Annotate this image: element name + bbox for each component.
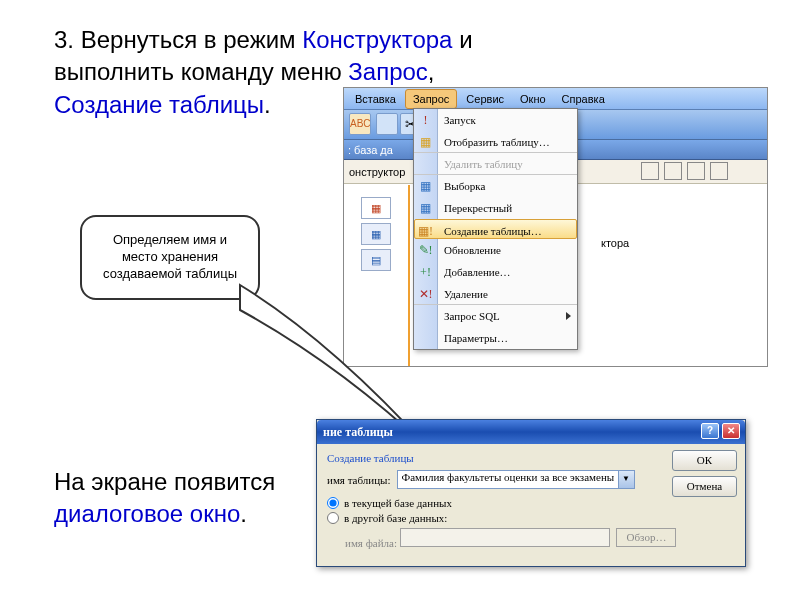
radio-label: в текущей базе данных — [344, 497, 452, 509]
ok-button[interactable]: ОК — [672, 450, 737, 471]
menu-item-run[interactable]: ! Запуск — [414, 109, 577, 131]
txt: Конструктора — [302, 26, 452, 53]
cancel-button[interactable]: Отмена — [672, 476, 737, 497]
menu-item-deletetable: Удалить таблицу — [414, 153, 577, 175]
callout-text: Определяем имя и место хранения создавае… — [94, 232, 246, 283]
menu-window[interactable]: Окно — [513, 90, 553, 108]
toolbar-icon[interactable]: ABC — [349, 113, 371, 135]
txt: , — [428, 58, 435, 85]
toolbar-item[interactable]: онструктор — [349, 166, 405, 178]
exclaim-icon: ! — [417, 111, 434, 128]
instruction-text-2: На экране появится диалоговое окно. — [54, 466, 275, 531]
menu-item-params[interactable]: Параметры… — [414, 327, 577, 349]
chevron-down-icon[interactable]: ▼ — [618, 471, 634, 488]
label: Параметры… — [444, 332, 508, 344]
sidebar-tables-icon[interactable]: ▦ — [361, 197, 391, 219]
filename-field — [400, 528, 610, 547]
crosstab-icon: ▦ — [417, 199, 434, 216]
radio-current-db[interactable]: в текущей базе данных — [327, 497, 735, 509]
label: Удалить таблицу — [444, 158, 523, 170]
menu-item-maketable[interactable]: ▦! Создание таблицы… — [414, 219, 577, 239]
table-icon: ▦ — [417, 133, 434, 150]
label: Запрос SQL — [444, 310, 500, 322]
submenu-arrow-icon — [566, 312, 571, 320]
list-item-label: ктора — [595, 233, 629, 255]
query-dropdown-menu: ! Запуск ▦ Отобразить таблицу… Удалить т… — [413, 108, 578, 350]
txt: . — [240, 500, 247, 527]
label: Отобразить таблицу… — [444, 136, 550, 148]
tablename-value: Фамилия факультеты оценки за все экзамен… — [402, 471, 620, 483]
browse-button: Обзор… — [616, 528, 676, 547]
menu-item-update[interactable]: ✎! Обновление — [414, 239, 577, 261]
txt: . — [264, 91, 271, 118]
label: Создание таблицы… — [444, 225, 542, 237]
menu-item-append[interactable]: +! Добавление… — [414, 261, 577, 283]
txt: Запрос — [348, 58, 428, 85]
txt: и — [452, 26, 472, 53]
menu-item-crosstab[interactable]: ▦ Перекрестный — [414, 197, 577, 219]
label-filename: имя файла: — [345, 537, 397, 549]
database-sidebar: ▦ ▦ ▤ — [348, 193, 403, 275]
label: Удаление — [444, 288, 488, 300]
menu-item-sql[interactable]: Запрос SQL — [414, 305, 577, 327]
view-icon[interactable] — [641, 162, 659, 180]
txt: На экране появится — [54, 468, 275, 495]
label: Запуск — [444, 114, 476, 126]
label: Перекрестный — [444, 202, 512, 214]
menu-insert[interactable]: Вставка — [348, 90, 403, 108]
label-tablename: имя таблицы: — [327, 474, 391, 486]
update-icon: ✎! — [417, 241, 434, 258]
select-icon: ▦ — [417, 177, 434, 194]
sidebar-forms-icon[interactable]: ▤ — [361, 249, 391, 271]
radio-other-db[interactable]: в другой базе данных: — [327, 512, 735, 524]
label: Добавление… — [444, 266, 511, 278]
maketable-icon: ▦! — [417, 222, 434, 239]
radio-input[interactable] — [327, 497, 339, 509]
view-icon[interactable] — [710, 162, 728, 180]
txt: выполнить команду меню — [54, 58, 348, 85]
dialog-body: Создание таблицы имя таблицы: Фамилия фа… — [317, 444, 745, 566]
txt: диалоговое окно — [54, 500, 240, 527]
tablename-combobox[interactable]: Фамилия факультеты оценки за все экзамен… — [397, 470, 635, 489]
radio-input[interactable] — [327, 512, 339, 524]
radio-label: в другой базе данных: — [344, 512, 447, 524]
help-button[interactable]: ? — [701, 423, 719, 439]
view-icon[interactable] — [687, 162, 705, 180]
append-icon: +! — [417, 263, 434, 280]
close-button[interactable]: ✕ — [722, 423, 740, 439]
menu-help[interactable]: Справка — [555, 90, 612, 108]
delete-icon: ✕! — [417, 285, 434, 302]
label: Обновление — [444, 244, 501, 256]
menu-item-select[interactable]: ▦ Выборка — [414, 175, 577, 197]
label: Выборка — [444, 180, 485, 192]
menu-bar: Вставка Запрос Сервис Окно Справка — [344, 88, 767, 110]
menu-item-showtable[interactable]: ▦ Отобразить таблицу… — [414, 131, 577, 153]
txt: Создание таблицы — [54, 91, 264, 118]
create-table-dialog: ние таблицы ? ✕ Создание таблицы имя таб… — [316, 419, 746, 567]
view-icon[interactable] — [664, 162, 682, 180]
menu-service[interactable]: Сервис — [459, 90, 511, 108]
dialog-titlebar: ние таблицы ? ✕ — [317, 420, 745, 444]
toolbar-icon[interactable] — [376, 113, 398, 135]
menu-item-delete[interactable]: ✕! Удаление — [414, 283, 577, 305]
sidebar-queries-icon[interactable]: ▦ — [361, 223, 391, 245]
dialog-title-text: ние таблицы — [323, 425, 393, 439]
menu-query[interactable]: Запрос — [405, 89, 457, 109]
txt: 3. Вернуться в режим — [54, 26, 302, 53]
